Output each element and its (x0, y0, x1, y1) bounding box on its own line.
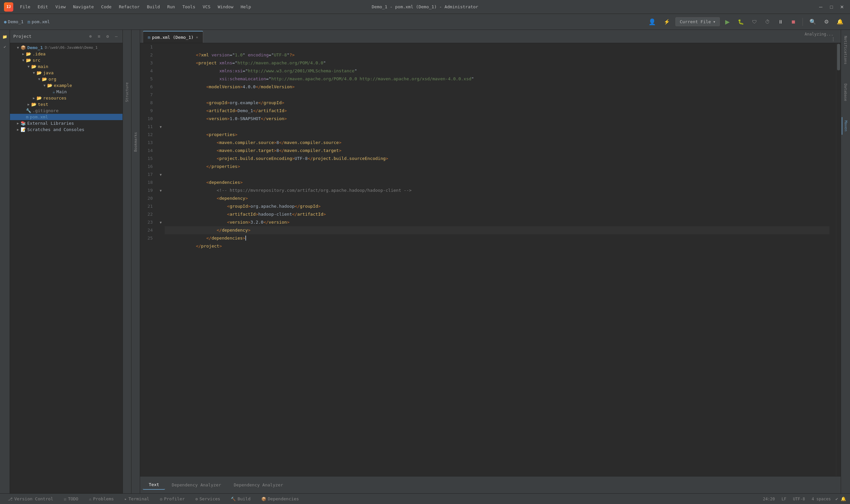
project-add-icon[interactable]: ⊕ (88, 33, 94, 40)
tree-arrow-example: ▼ (42, 84, 47, 87)
dependencies-tool[interactable]: 📦 Dependencies (257, 495, 303, 503)
close-button[interactable]: ✕ (838, 3, 846, 11)
terminal-tool[interactable]: ▸ Terminal (121, 495, 153, 503)
pom-xml-icon: m (26, 114, 29, 120)
fold-dependency[interactable]: ▼ (157, 186, 165, 194)
tree-item-resources[interactable]: ▶ 📂 resources (10, 95, 122, 101)
tree-item-gitignore[interactable]: 🔧 .gitignore (10, 108, 122, 114)
tab-pom-label: pom.xml (Demo_1) (152, 35, 194, 40)
code-editor[interactable]: <?xml version="1.0" encoding="UTF-8"?> <… (165, 43, 836, 476)
tree-arrow-java: ▼ (31, 71, 36, 75)
line-numbers: 1 2 3 4 5 6 7 8 9 10 11 12 13 14 15 16 1 (140, 43, 157, 476)
project-collapse-icon[interactable]: ≡ (96, 33, 102, 40)
tree-item-scratches[interactable]: ▶ 📝 Scratches and Consoles (10, 126, 122, 133)
tree-label-org: org (49, 77, 56, 82)
tree-arrow-resources: ▶ (31, 96, 36, 100)
project-switcher[interactable]: ● Demo_1 (4, 19, 23, 24)
tree-item-src[interactable]: ▼ 📂 src (10, 57, 122, 64)
org-folder-icon: 📂 (42, 77, 47, 82)
tree-item-org[interactable]: ▼ 📂 org (10, 76, 122, 82)
bottom-tab-text-label: Text (149, 482, 159, 487)
tree-item-example[interactable]: ▼ 📂 example (10, 82, 122, 89)
menu-tools[interactable]: Tools (179, 3, 198, 11)
version-control-tool[interactable]: ⎇ Version Control (4, 495, 57, 503)
bookmarks-panel-label[interactable]: Bookmarks (132, 129, 139, 155)
tree-label-src: src (33, 58, 40, 63)
menu-vcs[interactable]: VCS (199, 3, 213, 11)
menu-code[interactable]: Code (98, 3, 115, 11)
chevron-down-icon: ▾ (713, 19, 715, 24)
bottom-tab-text[interactable]: Text (143, 480, 165, 490)
services-label: Services (200, 497, 221, 501)
stop-button[interactable]: ⏹ (788, 18, 799, 26)
run-config-selector[interactable]: Current File ▾ (675, 17, 720, 26)
cursor-position[interactable]: 24:20 (761, 497, 777, 501)
project-close-icon[interactable]: — (113, 33, 119, 40)
tree-item-test[interactable]: ▶ 📂 test (10, 101, 122, 108)
project-tool-icon[interactable]: 📁 (1, 33, 9, 41)
menu-help[interactable]: Help (238, 3, 254, 11)
tree-item-idea[interactable]: ▶ 📂 .idea (10, 51, 122, 57)
profile-button[interactable]: 👤 (646, 17, 658, 27)
todo-tool[interactable]: ☑ TODO (60, 495, 82, 503)
menu-navigate[interactable]: Navigate (70, 3, 97, 11)
pause-button[interactable]: ⏸ (775, 18, 785, 26)
update-button[interactable]: ⚡ (661, 18, 673, 26)
menu-refactor[interactable]: Refactor (116, 3, 143, 11)
fold-properties[interactable]: ▼ (157, 123, 165, 131)
profiler-tool[interactable]: ◎ Profiler (156, 495, 189, 503)
tree-item-java[interactable]: ▼ 📂 java (10, 70, 122, 76)
line-separator[interactable]: LF (780, 497, 788, 501)
tree-item-main[interactable]: ▼ 📂 main (10, 64, 122, 70)
coverage-button[interactable]: 🛡 (749, 18, 760, 26)
maven-panel-tab[interactable]: Maven (842, 117, 849, 135)
services-tool[interactable]: ⚙ Services (192, 495, 224, 503)
structure-strip: Structure (123, 30, 132, 493)
commit-tool-icon[interactable]: ✔ (1, 42, 9, 51)
notifications-panel-tab[interactable]: Notifications (842, 33, 849, 68)
tree-item-main-java[interactable]: ☕ Main (10, 89, 122, 95)
fold-dependency-end[interactable]: ▼ (157, 218, 165, 226)
tree-label-test: test (38, 102, 48, 107)
menu-run[interactable]: Run (164, 3, 178, 11)
menu-file[interactable]: File (17, 3, 34, 11)
menu-build[interactable]: Build (144, 3, 163, 11)
menu-edit[interactable]: Edit (34, 3, 51, 11)
run-button[interactable]: ▶ (723, 17, 732, 27)
settings-button[interactable]: ⚙ (821, 17, 831, 26)
minimize-button[interactable]: ─ (817, 3, 825, 11)
editor-tab-pom[interactable]: m pom.xml (Demo_1) ✕ (143, 31, 203, 43)
build-tool[interactable]: 🔨 Build (227, 495, 254, 503)
tree-item-pom[interactable]: m pom.xml (10, 114, 122, 120)
menu-window[interactable]: Window (214, 3, 237, 11)
fold-dependencies[interactable]: ▼ (157, 170, 165, 179)
debug-button[interactable]: 🐛 (735, 18, 747, 26)
problems-tool[interactable]: ⚠ Problems (85, 495, 118, 503)
bottom-tab-dep-analyzer-1[interactable]: Dependency Analyzer (166, 481, 227, 489)
scroll-thumb[interactable] (837, 44, 840, 70)
left-tool-strip: 📁 ✔ (0, 30, 10, 493)
code-line-11: <properties> (165, 123, 829, 131)
build-icon: 🔨 (231, 497, 236, 501)
tree-label-main: main (38, 64, 48, 69)
structure-panel-label[interactable]: Structure (123, 79, 131, 105)
database-panel-tab[interactable]: Database (842, 80, 849, 105)
profile-run-button[interactable]: ⏱ (762, 18, 773, 26)
project-gear-icon[interactable]: ⚙ (105, 33, 110, 40)
tree-item-root[interactable]: ▼ 📦 Demo_1 D:\web\06-JavaWeb\Demo_1 (10, 44, 122, 51)
scratches-icon: 📝 (21, 127, 26, 132)
encoding-label[interactable]: UTF-8 (791, 497, 807, 501)
search-button[interactable]: 🔍 (807, 17, 819, 26)
tree-item-ext-libs[interactable]: ▶ 📚 External Libraries (10, 120, 122, 126)
code-line-24: </dependencies> (165, 226, 829, 234)
menu-view[interactable]: View (52, 3, 69, 11)
editor-scrollbar[interactable] (836, 43, 841, 476)
line-num-7: 7 (143, 91, 153, 99)
tab-close-button[interactable]: ✕ (196, 35, 198, 39)
bottom-tab-dep-analyzer-2[interactable]: Dependency Analyzer (228, 481, 289, 489)
line-num-10: 10 (143, 115, 153, 123)
maximize-button[interactable]: □ (828, 3, 835, 11)
tree-label-root: Demo_1 (27, 45, 43, 50)
indent-label[interactable]: 4 spaces (810, 497, 833, 501)
notifications-button[interactable]: 🔔 (834, 17, 846, 26)
